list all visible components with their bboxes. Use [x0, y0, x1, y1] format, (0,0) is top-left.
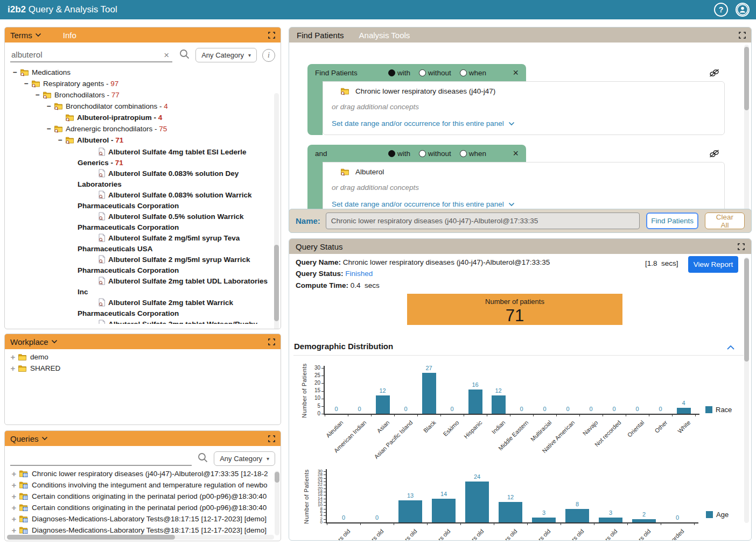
tree-leaf-item[interactable]: Albuterol Sulfate 2mg tablet UDL Laborat… [8, 277, 273, 296]
radio-when-circle[interactable] [460, 69, 467, 76]
tree-folder-item[interactable]: −Bronchodilators - 77 [34, 89, 273, 101]
tab-analysis-tools[interactable]: Analysis Tools [352, 31, 418, 40]
panel-drop-area[interactable]: Chronic lower respiratory diseases (j40-… [323, 81, 725, 135]
collapse-icon[interactable]: − [45, 123, 53, 135]
tree-leaf-item[interactable]: Albuterol Sulfate 2mg tablet Warrick Pha… [8, 298, 273, 318]
expand-plus-icon[interactable]: + [9, 351, 17, 363]
search-icon[interactable] [179, 48, 190, 62]
folder-search-icon [20, 68, 29, 76]
tree-leaf-item[interactable]: Albuterol Sulfate 4mg tablet ESI Lederle… [8, 147, 273, 167]
collapse-icon[interactable]: − [45, 101, 53, 112]
radio-with[interactable]: with [388, 150, 410, 158]
tree-folder-item[interactable]: −Albuterol - 71 [57, 135, 273, 146]
tab-info[interactable]: Info [63, 31, 76, 40]
queries-category-dropdown[interactable]: Any Category▾ [214, 451, 275, 466]
expand-plus-icon[interactable]: + [10, 502, 18, 513]
expand-icon[interactable] [268, 32, 275, 39]
date-range-link[interactable]: Set date range and/or occurrence for thi… [332, 200, 716, 208]
expand-plus-icon[interactable]: + [10, 525, 18, 536]
query-item[interactable]: +Conditions involving the integument and… [6, 479, 273, 491]
info-icon[interactable]: i [262, 49, 275, 62]
patient-count-label: Number of patients [407, 298, 622, 306]
query-status-scrollbar[interactable] [744, 257, 749, 523]
collapse-icon[interactable]: − [57, 135, 64, 146]
queries-vscrollbar[interactable] [275, 471, 279, 535]
bar-value: 0 [398, 406, 414, 412]
queries-title[interactable]: Queries [10, 434, 48, 443]
expand-plus-icon[interactable]: + [9, 363, 17, 374]
radio-when[interactable]: when [460, 150, 486, 158]
radio-without-circle[interactable] [419, 69, 426, 76]
workplace-item[interactable]: +demo [5, 351, 281, 363]
user-icon[interactable] [736, 3, 750, 17]
bar-value: 12 [502, 494, 519, 500]
help-icon[interactable]: ? [714, 3, 728, 17]
radio-when[interactable]: when [460, 69, 486, 77]
expand-icon[interactable] [738, 243, 745, 250]
terms-title[interactable]: Terms [10, 31, 41, 40]
query-item[interactable]: +Certain conditions originating in the p… [6, 491, 273, 502]
close-icon[interactable]: × [513, 67, 519, 79]
radio-with[interactable]: with [388, 69, 410, 77]
tree-folder-item[interactable]: −Adrenergic bronchodilators - 75 [45, 123, 273, 135]
date-range-link[interactable]: Set date range and/or occurrence for thi… [332, 119, 716, 128]
workplace-item[interactable]: +SHARED [5, 363, 281, 374]
query-item[interactable]: +Diagnoses-Medications-Laboratory Tests@… [6, 513, 273, 525]
radio-with-circle[interactable] [388, 150, 395, 157]
expand-icon[interactable] [739, 32, 746, 39]
tree-folder-item[interactable]: −Bronchodilator combinations - 4 [45, 101, 273, 112]
find-patients-button[interactable]: Find Patients [646, 213, 698, 229]
expand-plus-icon[interactable]: + [10, 468, 18, 479]
collapse-icon[interactable]: − [11, 67, 19, 78]
panel-concept[interactable]: Chronic lower respiratory diseases (j40-… [339, 87, 716, 95]
app-title: i2b2 Query & Analysis Tool [8, 4, 117, 15]
query-folder-icon [19, 504, 29, 512]
radio-without[interactable]: without [419, 150, 451, 158]
terms-search-input[interactable] [10, 48, 172, 62]
tab-find-patients[interactable]: Find Patients [289, 31, 352, 40]
workplace-title[interactable]: Workplace [10, 337, 58, 346]
terms-category-dropdown[interactable]: Any Category▾ [195, 48, 257, 62]
fp-tabbar: Find PatientsAnalysis Tools [289, 27, 751, 43]
queries-search-input[interactable] [10, 451, 192, 466]
query-item[interactable]: +Chronic lower respiratory diseases (j40… [6, 468, 273, 479]
panel-drop-area[interactable]: Albuterol or drag additional concepts Se… [323, 162, 725, 216]
radio-with-circle[interactable] [388, 69, 395, 76]
expand-plus-icon[interactable]: + [10, 513, 18, 525]
tree-leaf-item[interactable]: Albuterol Sulfate 2 mg/5ml syrup Warrick… [8, 255, 273, 275]
chevron-up-icon[interactable] [726, 343, 735, 352]
radio-without[interactable]: without [419, 69, 451, 77]
terms-scrollbar[interactable] [274, 93, 279, 329]
clear-search-icon[interactable]: × [164, 50, 169, 61]
radio-when-circle[interactable] [460, 150, 467, 157]
tree-folder-item[interactable]: −Respiratory agents - 97 [23, 78, 273, 89]
fp-scrollbar[interactable] [744, 45, 749, 230]
tree-folder-item[interactable]: −Medications [11, 67, 273, 78]
panel-concept[interactable]: Albuterol [339, 168, 716, 176]
tree-leaf-item[interactable]: Albuterol Sulfate 2mg tablet Watson/Rugb… [8, 320, 273, 324]
queries-hscrollbar[interactable] [7, 535, 274, 540]
collapse-icon[interactable]: − [23, 78, 30, 89]
unlink-icon[interactable] [708, 68, 720, 80]
search-icon[interactable] [197, 452, 208, 465]
tree-leaf-item[interactable]: Albuterol Sulfate 0.5% solution Warrick … [8, 212, 273, 232]
query-item[interactable]: +Certain conditions originating in the p… [6, 502, 273, 513]
tree-leaf-item[interactable]: Albuterol Sulfate 0.083% solution Dey La… [8, 169, 273, 189]
close-icon[interactable]: × [513, 148, 519, 159]
expand-plus-icon[interactable]: + [10, 491, 18, 502]
expand-icon[interactable] [268, 435, 275, 442]
expand-icon[interactable] [268, 338, 275, 345]
tree-leaf-item[interactable]: Albuterol Sulfate 2 mg/5ml syrup Teva Ph… [8, 233, 273, 253]
query-item[interactable]: +Diagnoses-Medications-Laboratory Tests@… [6, 525, 273, 536]
query-name-input[interactable] [326, 213, 640, 229]
radio-without-circle[interactable] [419, 150, 426, 157]
tree-folder-item[interactable]: Albuterol-ipratropium - 4 [57, 112, 273, 123]
view-report-button[interactable]: View Report [688, 256, 738, 273]
terms-tree: −Medications−Respiratory agents - 97−Bro… [5, 65, 281, 324]
clear-all-button[interactable]: Clear All [705, 213, 745, 229]
expand-plus-icon[interactable]: + [10, 479, 18, 491]
bar-black [422, 373, 436, 414]
collapse-icon[interactable]: − [34, 89, 41, 101]
tree-leaf-item[interactable]: Albuterol Sulfate 0.083% solution Warric… [8, 190, 273, 210]
unlink-icon[interactable] [708, 149, 720, 160]
